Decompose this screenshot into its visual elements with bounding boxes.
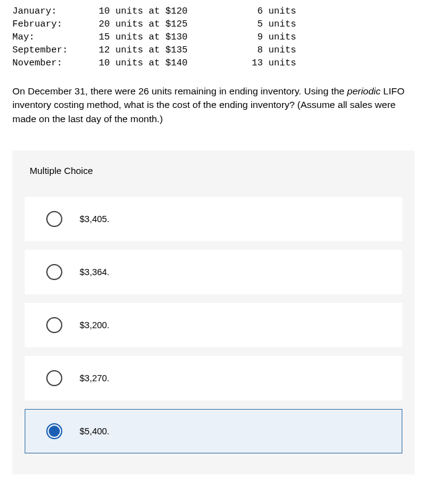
table-row: February: 20 units at $125 5 units <box>12 18 415 31</box>
units-cell: 20 units at $125 <box>99 18 234 31</box>
sold-cell: 6 units <box>234 5 296 18</box>
units-cell: 10 units at $140 <box>99 57 234 70</box>
option-label: $3,270. <box>80 373 109 383</box>
option-3[interactable]: $3,200. <box>25 303 402 347</box>
question-text: On December 31, there were 26 units rema… <box>0 77 427 138</box>
table-row: September: 12 units at $135 8 units <box>12 44 415 57</box>
data-table: January: 10 units at $120 6 units Februa… <box>0 0 427 77</box>
radio-icon <box>46 317 62 333</box>
option-4[interactable]: $3,270. <box>25 356 402 400</box>
option-1[interactable]: $3,405. <box>25 197 402 241</box>
month-cell: February: <box>12 18 99 31</box>
option-label: $3,200. <box>80 320 109 330</box>
month-cell: November: <box>12 57 99 70</box>
month-cell: September: <box>12 44 99 57</box>
radio-icon <box>46 264 62 280</box>
radio-icon <box>46 370 62 386</box>
units-cell: 15 units at $130 <box>99 31 234 44</box>
question-italic: periodic <box>347 86 381 96</box>
option-label: $5,400. <box>80 426 109 436</box>
month-cell: January: <box>12 5 99 18</box>
sold-cell: 9 units <box>234 31 296 44</box>
radio-icon <box>46 423 62 439</box>
units-cell: 12 units at $135 <box>99 44 234 57</box>
sold-cell: 5 units <box>234 18 296 31</box>
option-5[interactable]: $5,400. <box>25 409 402 453</box>
radio-icon <box>46 211 62 227</box>
option-2[interactable]: $3,364. <box>25 250 402 294</box>
option-label: $3,364. <box>80 267 109 277</box>
multiple-choice-container: Multiple Choice $3,405. $3,364. $3,200. … <box>12 151 415 474</box>
table-row: January: 10 units at $120 6 units <box>12 5 415 18</box>
table-row: November: 10 units at $140 13 units <box>12 57 415 70</box>
option-label: $3,405. <box>80 214 109 224</box>
sold-cell: 8 units <box>234 44 296 57</box>
mc-header: Multiple Choice <box>12 151 415 188</box>
table-row: May: 15 units at $130 9 units <box>12 31 415 44</box>
question-part1: On December 31, there were 26 units rema… <box>12 86 347 96</box>
sold-cell: 13 units <box>234 57 296 70</box>
units-cell: 10 units at $120 <box>99 5 234 18</box>
month-cell: May: <box>12 31 99 44</box>
